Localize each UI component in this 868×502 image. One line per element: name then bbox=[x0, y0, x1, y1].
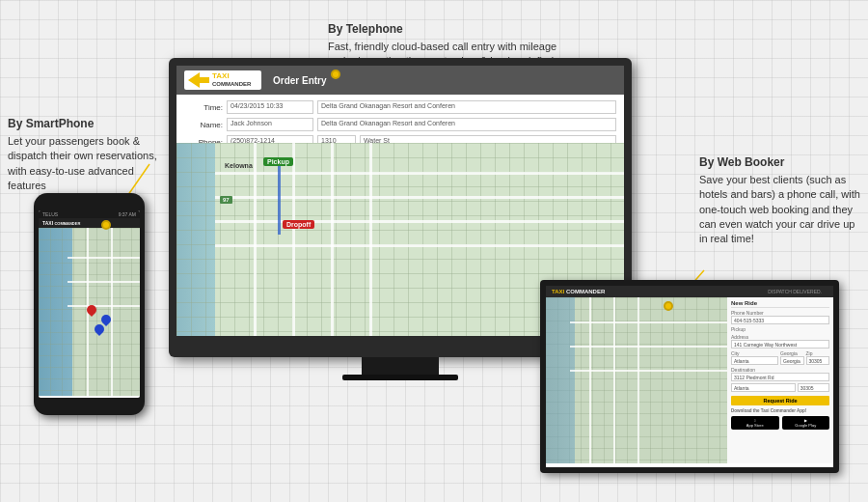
wb-form: New Ride Phone Number 404-515-5333 Picku… bbox=[727, 297, 833, 463]
wb-city-field: City Atlanta bbox=[731, 350, 778, 365]
order-entry-header: TAXI COMMANDER Order Entry bbox=[176, 66, 624, 95]
logo-text: TAXI COMMANDER bbox=[212, 72, 251, 87]
web-booker-device: TAXI COMMANDER DISPATCH DELIVERED. bbox=[540, 280, 839, 473]
connector-dot-2 bbox=[331, 70, 340, 79]
monitor-base bbox=[342, 375, 458, 380]
phone-road-v2 bbox=[111, 228, 113, 396]
wb-state-input[interactable]: Georgia bbox=[780, 356, 804, 365]
wb-dest-zip[interactable]: 30305 bbox=[798, 383, 829, 392]
wb-road-h3 bbox=[570, 370, 727, 372]
road-v1 bbox=[254, 143, 257, 336]
wb-dest-city[interactable]: Atlanta bbox=[731, 383, 796, 392]
wb-road-v1 bbox=[589, 297, 591, 463]
phone-road-h1 bbox=[68, 257, 140, 259]
wb-pickup-field: Pickup bbox=[731, 326, 829, 332]
appstore-badge[interactable]:  App Store bbox=[731, 416, 779, 430]
wb-zip-input[interactable]: 30305 bbox=[806, 356, 830, 365]
smartphone-body: Let your passengers book & dispatch thei… bbox=[8, 135, 157, 191]
carrier-text: TELUS bbox=[42, 211, 58, 217]
smartphone-device: TELUS 9:37 AM TAXI COMMANDER bbox=[34, 193, 145, 415]
wb-logo-cmd: COMMANDER bbox=[566, 289, 605, 294]
taxi-arrow-icon bbox=[188, 72, 209, 88]
appstore-badges:  App Store ▶ Google Play bbox=[731, 416, 829, 430]
wb-address-field: Address 141 Carnegie Way Northwest bbox=[731, 334, 829, 349]
wb-logo: TAXI COMMANDER bbox=[552, 289, 605, 294]
time-text: 9:37 AM bbox=[119, 211, 136, 217]
road-h1 bbox=[215, 172, 624, 175]
phone-logo-taxi: TAXI bbox=[42, 220, 53, 226]
wb-zip-field: Zip 30305 bbox=[806, 350, 830, 365]
wb-tagline: DISPATCH DELIVERED. bbox=[768, 289, 822, 294]
download-text: Download the Taxi Commander App! bbox=[731, 408, 829, 413]
svg-marker-3 bbox=[188, 72, 209, 88]
wb-city-input[interactable]: Atlanta bbox=[731, 356, 778, 365]
wb-phone-input[interactable]: 404-515-5333 bbox=[731, 316, 829, 324]
wb-road-v3 bbox=[637, 297, 639, 463]
webbooker-annotation: By Web Booker Save your best clients (su… bbox=[699, 154, 863, 247]
wb-form-title: New Ride bbox=[731, 300, 829, 308]
phone-road-h2 bbox=[68, 281, 140, 283]
webbooker-body: Save your best clients (such as hotels a… bbox=[699, 174, 860, 245]
wb-address-input[interactable]: 141 Carnegie Way Northwest bbox=[731, 340, 829, 349]
smartphone-screen: TELUS 9:37 AM TAXI COMMANDER bbox=[39, 210, 140, 398]
address-input-1[interactable]: Delta Grand Okanagan Resort and Conferen bbox=[317, 100, 616, 114]
road-h2 bbox=[215, 196, 624, 199]
wb-road-h2 bbox=[570, 346, 727, 348]
appstore-label: App Store bbox=[734, 423, 776, 428]
connector-dot-3 bbox=[664, 301, 673, 311]
smartphone-annotation: By SmartPhone Let your passengers book &… bbox=[8, 116, 157, 193]
highway-badge: 97 bbox=[220, 196, 232, 204]
wb-dest-zip-field: 30305 bbox=[798, 383, 829, 392]
phone-app-header: TAXI COMMANDER bbox=[39, 218, 140, 228]
name-input[interactable]: Jack Johnson bbox=[227, 118, 313, 131]
time-row: Time: 04/23/2015 10:33 Delta Grand Okana… bbox=[184, 100, 616, 114]
webbooker-title: By Web Booker bbox=[699, 154, 863, 171]
web-booker-screen: TAXI COMMANDER DISPATCH DELIVERED. bbox=[546, 286, 833, 467]
phone-status-bar: TELUS 9:37 AM bbox=[39, 210, 140, 218]
wb-content: New Ride Phone Number 404-515-5333 Picku… bbox=[546, 297, 833, 463]
logo-taxi: TAXI bbox=[212, 72, 251, 81]
map-pickup-badge: Pickup bbox=[263, 157, 293, 166]
name-label: Name: bbox=[184, 121, 223, 129]
wb-dest-city-row: Atlanta 30305 bbox=[731, 383, 829, 394]
main-container: By SmartPhone Let your passengers book &… bbox=[0, 0, 868, 502]
name-row: Name: Jack Johnson Delta Grand Okanagan … bbox=[184, 118, 616, 131]
wb-state-field: Georgia Georgia bbox=[780, 350, 804, 365]
wb-phone-field: Phone Number 404-515-5333 bbox=[731, 310, 829, 324]
play-label: Google Play bbox=[785, 423, 827, 428]
wb-logo-taxi: TAXI bbox=[552, 289, 564, 294]
road-v4 bbox=[369, 143, 372, 336]
map-dropoff-badge: Dropoff bbox=[283, 220, 314, 229]
phone-logo-cmd: COMMANDER bbox=[54, 221, 80, 226]
wb-map bbox=[546, 297, 727, 463]
wb-dest-city-field: Atlanta bbox=[731, 383, 796, 392]
google-play-badge[interactable]: ▶ Google Play bbox=[782, 416, 830, 430]
road-h4 bbox=[215, 244, 624, 247]
phone-road-h3 bbox=[68, 305, 140, 307]
road-v2 bbox=[292, 143, 295, 336]
phone-logo: TAXI COMMANDER bbox=[42, 220, 80, 226]
logo-commander: COMMANDER bbox=[212, 81, 251, 88]
wb-header: TAXI COMMANDER DISPATCH DELIVERED. bbox=[546, 286, 833, 297]
wb-city-state-row: City Atlanta Georgia Georgia Zip 30305 bbox=[731, 350, 829, 367]
road-v3 bbox=[331, 143, 334, 336]
wb-dest-field: Destination 3112 Piedmont Rd bbox=[731, 367, 829, 381]
address-input-2[interactable]: Delta Grand Okanagan Resort and Conferen bbox=[317, 118, 616, 131]
phone-map bbox=[39, 228, 140, 396]
road-h3 bbox=[215, 220, 624, 223]
wb-pickup-label: Pickup bbox=[731, 326, 829, 332]
wb-road-h1 bbox=[570, 321, 727, 323]
wb-dest-address[interactable]: 3112 Piedmont Rd bbox=[731, 373, 829, 381]
request-ride-button[interactable]: Request Ride bbox=[731, 396, 829, 405]
time-input[interactable]: 04/23/2015 10:33 bbox=[227, 100, 313, 114]
telephone-title: By Telephone bbox=[328, 21, 569, 38]
order-entry-title: Order Entry bbox=[273, 75, 327, 86]
connector-dot-1 bbox=[101, 220, 111, 230]
wb-road-v2 bbox=[613, 297, 615, 463]
map-kelowna-label: Kelowna bbox=[225, 162, 253, 169]
taxi-commander-logo: TAXI COMMANDER bbox=[184, 70, 261, 90]
route-line bbox=[278, 162, 281, 235]
smartphone-title: By SmartPhone bbox=[8, 116, 157, 132]
time-label: Time: bbox=[184, 103, 223, 112]
monitor-stand bbox=[362, 357, 439, 375]
